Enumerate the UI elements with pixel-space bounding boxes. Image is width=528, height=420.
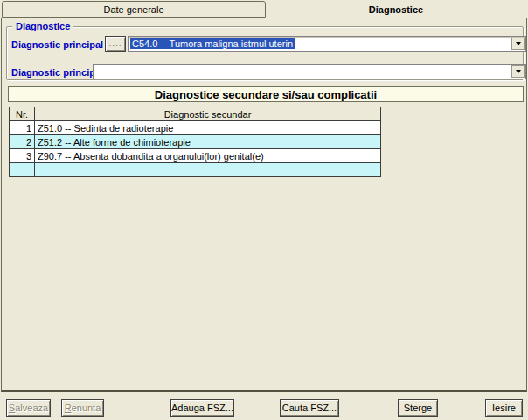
row-diagnosis: Z90.7 -- Absenta dobandita a organului(l… [35, 149, 381, 163]
row-number: 3 [10, 149, 35, 163]
row-number [10, 163, 35, 177]
diagnostice-groupbox: Diagnostice Diagnostic principal 1 .... … [6, 26, 524, 80]
secondary-section-header: Diagnostice secundare si/sau complicatii [8, 86, 524, 102]
row-diagnosis: Z51.2 -- Alte forme de chimioterapie [35, 135, 381, 149]
table-row[interactable]: 3 Z90.7 -- Absenta dobandita a organului… [10, 149, 381, 163]
principal2-dropdown-button[interactable] [511, 65, 525, 78]
column-header-nr: Nr. [10, 107, 35, 121]
iesire-button[interactable]: Iesire [485, 399, 523, 417]
column-header-diag: Diagnostic secundar [35, 107, 381, 121]
salveaza-button[interactable]: Salveaza [6, 399, 51, 417]
adauga-fsz-button[interactable]: Adauga FSZ... [170, 399, 234, 417]
table-row[interactable] [10, 163, 381, 177]
diagnostice-tab-page: Diagnostice Diagnostic principal 1 .... … [1, 18, 527, 392]
principal1-combobox[interactable]: C54.0 -- Tumora maligna istmul uterin [128, 36, 526, 52]
principal1-browse-button[interactable]: .... [105, 36, 126, 52]
table-header-row: Nr. Diagnostic secundar [10, 107, 381, 121]
principal1-value: C54.0 -- Tumora maligna istmul uterin [129, 38, 295, 49]
principal1-label: Diagnostic principal 1 [11, 39, 111, 50]
tab-diagnostice[interactable]: Diagnostice [266, 0, 526, 18]
chevron-down-icon [516, 70, 521, 73]
table-row[interactable]: 1 Z51.0 -- Sedinta de radioterapie [10, 121, 381, 135]
sterge-button[interactable]: Sterge [398, 399, 438, 417]
renunta-button[interactable]: Renunta [61, 399, 104, 417]
principal1-dropdown-button[interactable] [511, 38, 525, 50]
chevron-down-icon [516, 42, 521, 45]
row-diagnosis: Z51.0 -- Sedinta de radioterapie [35, 121, 381, 135]
row-diagnosis [35, 163, 381, 177]
table-row[interactable]: 2 Z51.2 -- Alte forme de chimioterapie [10, 135, 381, 149]
secondary-diagnostics-table: Nr. Diagnostic secundar 1 Z51.0 -- Sedin… [9, 107, 381, 177]
cauta-fsz-button[interactable]: Cauta FSZ... [280, 399, 339, 417]
tab-date-generale[interactable]: Date generale [2, 1, 266, 18]
row-number: 2 [10, 135, 35, 149]
groupbox-title: Diagnostice [12, 21, 73, 31]
tab-diagnostice-label: Diagnostice [369, 4, 423, 15]
row-number: 1 [10, 121, 35, 135]
tab-date-generale-label: Date generale [103, 4, 163, 15]
diagnostics-window: Date generale Diagnostice Diagnostice Di… [0, 0, 528, 420]
principal2-combobox[interactable] [93, 64, 526, 79]
